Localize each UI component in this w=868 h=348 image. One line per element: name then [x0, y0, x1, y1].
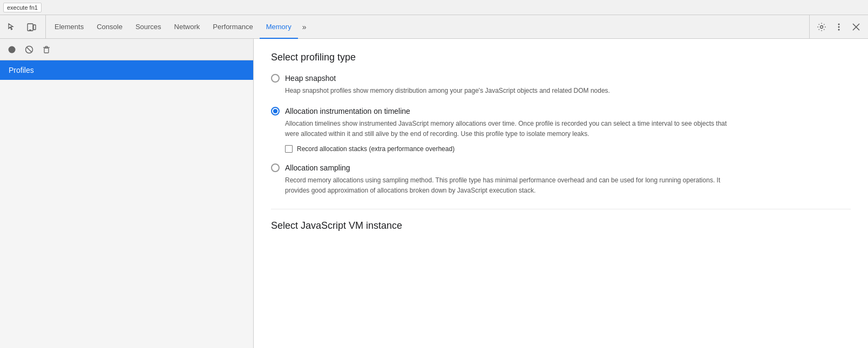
svg-point-3 [820, 25, 823, 28]
allocation-stacks-label: Record allocation stacks (extra performa… [297, 145, 455, 153]
heap-snapshot-label: Heap snapshot [285, 74, 336, 83]
settings-icon[interactable] [814, 19, 829, 35]
svg-point-5 [838, 26, 840, 28]
svg-line-11 [27, 47, 32, 52]
allocation-sampling-label: Allocation sampling [285, 163, 350, 172]
sidebar-items: Profiles [0, 60, 253, 348]
profiling-options: Heap snapshot Heap snapshot profiles sho… [271, 74, 851, 207]
allocation-timeline-desc: Allocation timelines show instrumented J… [285, 119, 728, 139]
tabs: Elements Console Sources Network Perform… [48, 15, 809, 38]
svg-rect-12 [44, 48, 49, 53]
tab-elements[interactable]: Elements [48, 16, 90, 39]
tab-memory[interactable]: Memory [260, 16, 298, 39]
tab-bar-inspect-icons [4, 15, 46, 38]
heap-snapshot-option: Heap snapshot Heap snapshot profiles sho… [271, 74, 851, 96]
stop-button[interactable] [22, 42, 37, 57]
tab-sources[interactable]: Sources [129, 16, 168, 39]
tab-bar: Elements Console Sources Network Perform… [0, 15, 868, 39]
devtools: Elements Console Sources Network Perform… [0, 15, 868, 348]
device-toggle-icon[interactable] [24, 19, 39, 35]
svg-rect-1 [33, 25, 36, 30]
main-area: Profiles Select profiling type Heap snap… [0, 39, 868, 348]
tab-network[interactable]: Network [168, 16, 207, 39]
clear-button[interactable] [39, 42, 54, 57]
heap-snapshot-radio[interactable] [271, 74, 280, 83]
allocation-timeline-label: Allocation instrumentation on timeline [285, 107, 410, 115]
top-bar: execute fn1 [0, 0, 868, 15]
more-options-icon[interactable] [831, 19, 846, 35]
svg-point-4 [838, 23, 840, 25]
allocation-timeline-option: Allocation instrumentation on timeline A… [271, 107, 851, 152]
sidebar: Profiles [0, 39, 254, 348]
allocation-stacks-checkbox[interactable] [285, 145, 293, 153]
svg-point-6 [838, 29, 840, 30]
heap-snapshot-header[interactable]: Heap snapshot [271, 74, 851, 83]
profiling-type-title: Select profiling type [271, 52, 851, 63]
content-panel: Select profiling type Heap snapshot Heap… [254, 39, 868, 348]
allocation-timeline-header[interactable]: Allocation instrumentation on timeline [271, 107, 851, 115]
section-divider [271, 209, 851, 209]
execute-button[interactable]: execute fn1 [3, 3, 42, 12]
js-vm-instance-title: Select JavaScript VM instance [271, 220, 851, 231]
sidebar-item-profiles[interactable]: Profiles [0, 60, 253, 80]
allocation-sampling-option: Allocation sampling Record memory alloca… [271, 163, 851, 196]
tab-performance[interactable]: Performance [206, 16, 259, 39]
allocation-sampling-header[interactable]: Allocation sampling [271, 163, 851, 172]
tab-bar-right-actions [809, 15, 864, 38]
heap-snapshot-desc: Heap snapshot profiles show memory distr… [285, 86, 728, 96]
close-icon[interactable] [849, 19, 864, 35]
tab-console[interactable]: Console [90, 16, 129, 39]
inspect-element-icon[interactable] [4, 19, 19, 35]
allocation-timeline-radio[interactable] [271, 107, 280, 115]
more-tabs-button[interactable]: » [298, 15, 311, 38]
record-button[interactable] [4, 42, 19, 57]
allocation-sampling-desc: Record memory allocations using sampling… [285, 175, 728, 196]
allocation-sampling-radio[interactable] [271, 163, 280, 172]
allocation-stacks-checkbox-row[interactable]: Record allocation stacks (extra performa… [285, 145, 851, 153]
sidebar-toolbar [0, 39, 253, 60]
svg-point-9 [9, 46, 16, 53]
